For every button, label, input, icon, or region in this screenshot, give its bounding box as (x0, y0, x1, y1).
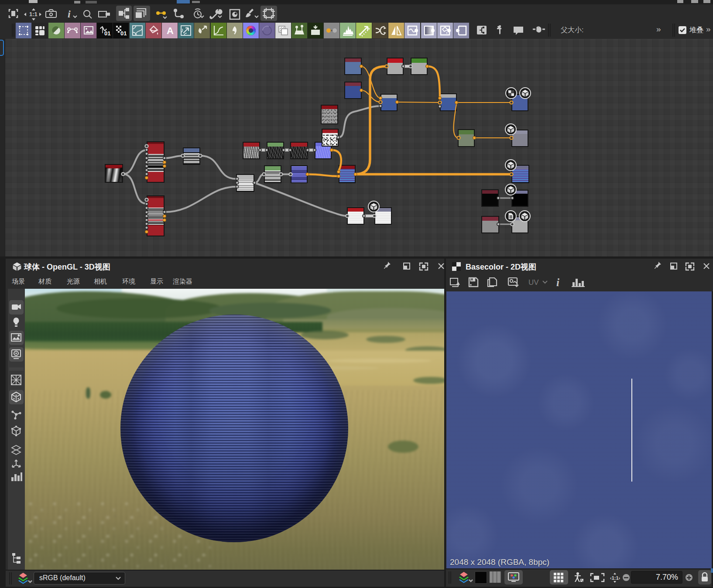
svg-text:i: i (68, 8, 71, 20)
svg-text:‹1:1›: ‹1:1› (610, 575, 620, 581)
svg-text:01: 01 (120, 30, 127, 37)
svg-text:1:1: 1:1 (29, 11, 38, 17)
svg-text:01: 01 (104, 30, 110, 37)
svg-text:A: A (167, 25, 174, 36)
svg-text:UV: UV (528, 278, 539, 287)
svg-text:i: i (556, 277, 559, 288)
